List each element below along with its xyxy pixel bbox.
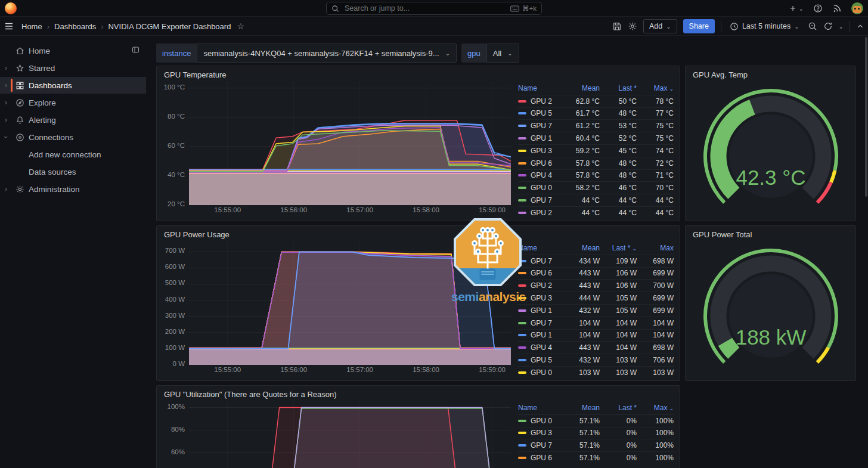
legend-row[interactable]: GPU 457.8 °C48 °C71 °C	[518, 169, 674, 182]
new-menu-button[interactable]: ⌄	[789, 4, 804, 13]
legend-col-max[interactable]: Max⌄	[637, 84, 674, 92]
legend-row[interactable]: GPU 7104 W104 W104 W	[518, 317, 674, 329]
legend-row[interactable]: GPU 2443 W106 W700 W	[518, 279, 674, 292]
search-box[interactable]: ⌘+k	[326, 2, 542, 15]
legend-cell-max: 74 °C	[637, 147, 674, 155]
section-chevron-icon[interactable]: ›	[1, 81, 11, 89]
legend-col-mean[interactable]: Mean	[563, 404, 600, 412]
legend-col-mean[interactable]: Mean	[563, 84, 600, 92]
x-tick-label: 15:59:00	[472, 206, 513, 213]
legend-row[interactable]: GPU 6443 W106 W699 W	[518, 267, 674, 280]
favorite-star-icon[interactable]: ☆	[237, 21, 244, 31]
sidebar-item-dashboards[interactable]: ›Dashboards	[0, 77, 146, 94]
legend-row[interactable]: GPU 744 °C44 °C44 °C	[518, 194, 674, 206]
refresh-icon[interactable]	[823, 21, 833, 31]
y-tick-label: 0 W	[173, 360, 185, 367]
legend-row[interactable]: GPU 561.7 °C48 °C77 °C	[518, 107, 674, 120]
legend-col-last[interactable]: Last *	[600, 84, 637, 92]
sidebar-item-administration[interactable]: ›Administration	[0, 181, 146, 197]
legend-row[interactable]: GPU 357.1%0%100%	[518, 427, 674, 439]
legend-row[interactable]: GPU 657.1%0%100%	[518, 451, 674, 464]
news-rss-icon[interactable]	[832, 4, 842, 13]
sidebar-item-label: Explore	[29, 98, 56, 107]
legend-cell-max: 103 W	[637, 368, 674, 377]
section-chevron-icon[interactable]: ›	[1, 185, 11, 193]
share-button[interactable]: Share	[683, 19, 715, 33]
sidebar-item-alerting[interactable]: ›Alerting	[0, 111, 146, 128]
sidebar-item-add-new-connection[interactable]: Add new connection	[0, 146, 146, 163]
time-series-plot[interactable]: 15:55:0015:56:0015:57:0015:58:0015:59:00	[189, 402, 511, 468]
mega-menu-toggle-icon[interactable]	[4, 21, 14, 32]
legend-row[interactable]: GPU 3444 W105 W699 W	[518, 292, 674, 304]
time-series-plot[interactable]: 15:55:0015:56:0015:57:0015:58:0015:59:00	[189, 82, 511, 218]
grafana-logo-icon[interactable]	[5, 2, 17, 14]
x-tick-label: 15:55:00	[207, 366, 249, 373]
series-name: GPU 3	[531, 429, 552, 437]
legend-col-name[interactable]: Name	[518, 404, 563, 412]
user-avatar[interactable]	[851, 2, 863, 14]
legend-table: NameMeanLast *Max⌄GPU 262.8 °C50 °C78 °C…	[511, 82, 677, 218]
time-range-picker[interactable]: Last 5 minutes ⌄	[727, 22, 802, 31]
legend-row[interactable]: GPU 0103 W103 W103 W	[518, 366, 674, 378]
legend-col-last[interactable]: Last *	[600, 404, 637, 412]
zoom-out-icon[interactable]	[808, 21, 817, 31]
breadcrumb-item[interactable]: Home	[21, 22, 42, 31]
section-chevron-icon[interactable]: ›	[1, 98, 11, 107]
legend-col-mean[interactable]: Mean	[563, 244, 600, 252]
sidebar-item-label: Dashboards	[29, 81, 72, 90]
legend-row[interactable]: GPU 4443 W104 W698 W	[518, 341, 674, 354]
panel-title[interactable]: GPU "Utilization" (There are Quotes for …	[157, 386, 680, 401]
legend-row[interactable]: GPU 1104 W104 W104 W	[518, 329, 674, 342]
dashboard-settings-icon[interactable]	[628, 21, 637, 31]
dock-menu-icon[interactable]	[131, 45, 140, 56]
legend-row[interactable]: GPU 058.2 °C46 °C70 °C	[518, 181, 674, 194]
legend-row[interactable]: GPU 160.4 °C52 °C75 °C	[518, 132, 674, 144]
add-panel-button[interactable]: Add ⌄	[643, 19, 677, 33]
legend-row[interactable]: GPU 5432 W103 W706 W	[518, 354, 674, 366]
series-name: GPU 6	[531, 159, 552, 168]
legend-cell-mean: 443 W	[563, 343, 600, 352]
time-series-plot[interactable]: 15:55:0015:56:0015:57:0015:58:0015:59:00	[189, 242, 511, 378]
breadcrumb-item[interactable]: Dashboards	[54, 22, 96, 31]
legend-col-name[interactable]: Name	[518, 84, 563, 92]
section-chevron-icon[interactable]: ›	[1, 64, 11, 72]
sidebar-item-home[interactable]: Home	[0, 42, 146, 59]
legend-row[interactable]: GPU 057.1%0%100%	[518, 414, 674, 427]
sidebar-item-data-sources[interactable]: Data sources	[0, 163, 146, 180]
legend-row[interactable]: GPU 244 °C44 °C44 °C	[518, 206, 674, 218]
sidebar-item-connections[interactable]: ›Connections	[0, 129, 146, 145]
legend-col-name[interactable]: Name	[518, 244, 563, 252]
legend-row[interactable]: GPU 657.8 °C48 °C72 °C	[518, 157, 674, 169]
legend-row[interactable]: GPU 7434 W109 W698 W	[518, 255, 674, 267]
breadcrumb-item[interactable]: NVIDIA DCGM Exporter Dashboard	[108, 22, 231, 31]
variable-value-dropdown[interactable]: All⌄	[486, 44, 519, 63]
legend-row[interactable]: GPU 262.8 °C50 °C78 °C	[518, 95, 674, 107]
legend-table: NameMeanLast *⌄MaxGPU 7434 W109 W698 WGP…	[511, 242, 677, 378]
legend-col-max[interactable]: Max	[637, 244, 674, 252]
panel-title[interactable]: GPU Power Usage	[157, 226, 680, 241]
legend-cell-mean: 61.7 °C	[563, 109, 600, 117]
refresh-interval-dropdown[interactable]: ⌄	[839, 23, 844, 30]
save-dashboard-icon[interactable]	[612, 21, 622, 31]
legend-col-max[interactable]: Max⌄	[637, 404, 674, 412]
panel-title[interactable]: GPU Temperature	[157, 66, 680, 81]
panel-title[interactable]: GPU Avg. Temp	[686, 66, 855, 81]
legend-col-last[interactable]: Last *⌄	[600, 244, 637, 252]
series-name: GPU 5	[531, 109, 552, 117]
chevron-up-icon[interactable]	[856, 22, 864, 30]
scrollbar-thumb[interactable]	[865, 37, 867, 197]
x-tick-label: 15:57:00	[339, 206, 381, 213]
section-chevron-icon[interactable]: ›	[2, 132, 10, 142]
sidebar-item-explore[interactable]: ›Explore	[0, 94, 146, 111]
search-input[interactable]	[343, 4, 506, 13]
legend-row[interactable]: GPU 359.2 °C45 °C74 °C	[518, 144, 674, 157]
help-icon[interactable]	[813, 4, 823, 13]
panel-title[interactable]: GPU Power Total	[686, 226, 855, 241]
legend-row[interactable]: GPU 761.2 °C53 °C75 °C	[518, 119, 674, 132]
section-chevron-icon[interactable]: ›	[1, 116, 11, 124]
legend-cell-name: GPU 3	[518, 429, 563, 437]
variable-value-dropdown[interactable]: semianalysis-4NYKQ04 + semianalysis-762K…	[197, 44, 457, 63]
legend-row[interactable]: GPU 757.1%0%100%	[518, 439, 674, 451]
legend-row[interactable]: GPU 1432 W105 W699 W	[518, 304, 674, 317]
sidebar-item-starred[interactable]: ›Starred	[0, 60, 146, 76]
